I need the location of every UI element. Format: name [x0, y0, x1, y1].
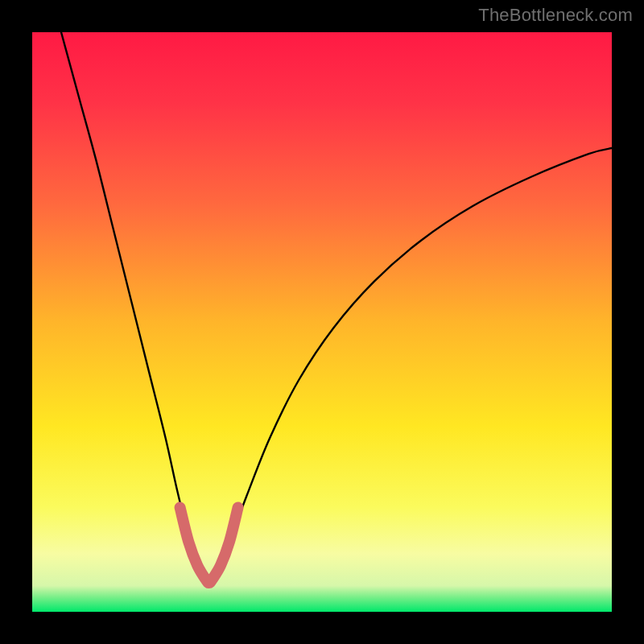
- trough-highlight: [180, 507, 238, 583]
- watermark-text: TheBottleneck.com: [478, 5, 633, 26]
- bottleneck-curve: [61, 32, 612, 583]
- outer-frame: TheBottleneck.com: [0, 0, 644, 644]
- curve-layer: [32, 32, 612, 612]
- plot-area: [32, 32, 612, 612]
